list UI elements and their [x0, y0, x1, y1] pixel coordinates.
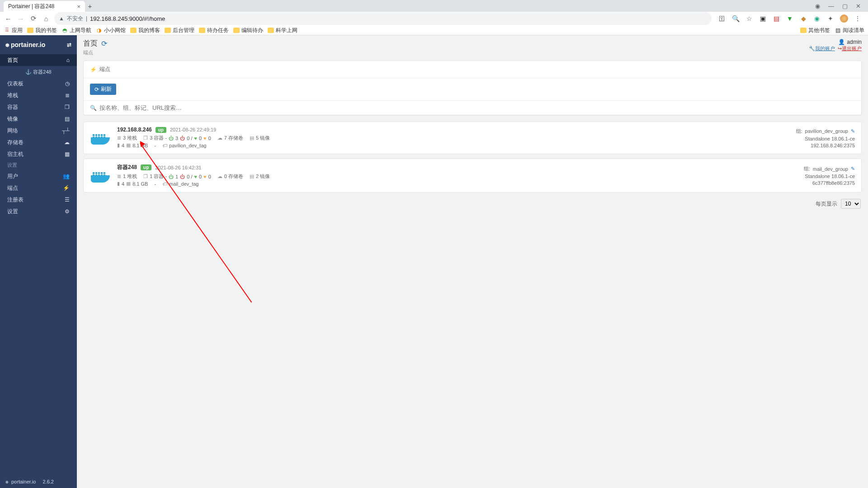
sidebar-item-volumes[interactable]: 存储卷☁: [0, 136, 77, 148]
new-tab-button[interactable]: +: [85, 2, 95, 10]
ext5-icon[interactable]: ◉: [813, 14, 821, 23]
back-icon[interactable]: ←: [4, 14, 13, 23]
bm-1[interactable]: 我的书签: [27, 27, 57, 34]
address-bar: ← → ⟳ ⌂ ▲ 不安全 | 192.168.8.245:9000/#!/ho…: [0, 12, 868, 25]
search-input[interactable]: [99, 104, 855, 111]
anchor-icon: ⚓: [25, 69, 32, 75]
logout-link[interactable]: 退出账户: [842, 46, 862, 51]
sidebar-item-dashboard[interactable]: 仪表板◷: [0, 78, 77, 89]
bm-2[interactable]: ◓上网导航: [61, 27, 91, 34]
home-icon: ⌂: [66, 57, 70, 63]
reload-icon[interactable]: ⟳: [29, 14, 38, 23]
host-icon: ▦: [65, 151, 70, 157]
home-icon[interactable]: ⌂: [42, 14, 51, 23]
bm-5[interactable]: 后台管理: [165, 27, 194, 34]
ext4-icon[interactable]: ◆: [799, 14, 807, 23]
refresh-button[interactable]: ⟳ 刷新: [90, 84, 116, 95]
sidebar-item-label: 容器248: [33, 69, 51, 75]
search-row: 🔍: [84, 100, 861, 115]
endpoint-card[interactable]: 192.168.8.246 up 2021-08-26 22:49:19 ≣3 …: [83, 122, 862, 154]
bm-4[interactable]: 我的博客: [130, 27, 160, 34]
sidebar-item-stacks[interactable]: 堆栈≣: [0, 89, 77, 101]
sidebar-item-label: 首页: [7, 56, 18, 64]
bookmark-bar: ⠿应用 我的书签 ◓上网导航 ◑小小网馆 我的博客 后台管理 待办任务 编辑待办…: [0, 25, 868, 35]
forward-icon[interactable]: →: [16, 14, 25, 23]
minimize-icon[interactable]: —: [828, 3, 834, 9]
endpoint-name: 192.168.8.246: [117, 127, 152, 133]
ext3-icon[interactable]: ▼: [786, 14, 794, 23]
url-box[interactable]: ▲ 不安全 | 192.168.8.245:9000/#!/home: [54, 12, 712, 25]
wrench-icon: 🔧: [809, 46, 815, 51]
ext2-icon[interactable]: ▤: [772, 14, 780, 23]
insecure-label: 不安全: [67, 15, 83, 23]
group-label: 组:: [796, 128, 802, 135]
endpoint-card[interactable]: 容器248 up 2021-08-26 16:42:31 ≣1 堆栈 ❒1 容器…: [83, 159, 862, 192]
profile-avatar[interactable]: [840, 14, 848, 23]
sidebar-item-label: 堆栈: [7, 92, 18, 99]
account-icon[interactable]: ◉: [815, 3, 820, 9]
panel-title: 端点: [99, 66, 110, 73]
page-title: 首页: [83, 39, 98, 48]
bm-8[interactable]: 科学上网: [268, 27, 297, 34]
star-icon[interactable]: ☆: [745, 14, 753, 23]
my-account-link[interactable]: 我的账户: [815, 46, 835, 51]
sidebar-item-host[interactable]: 宿主机▦: [0, 148, 77, 160]
group-label: 组:: [804, 165, 810, 172]
edition: Standalone 18.06.1-ce: [778, 174, 855, 179]
bm-7[interactable]: 编辑待办: [233, 27, 263, 34]
stat-tag: 🏷mail_dev_tag: [162, 181, 198, 187]
refresh-icon[interactable]: ⟳: [101, 39, 107, 48]
endpoint-time: 2021-08-26 22:49:19: [170, 127, 216, 132]
apps-button[interactable]: ⠿应用: [4, 27, 23, 34]
browser-chrome: Portainer | 容器248 × + ◉ — ▢ ✕ ← → ⟳ ⌂ ▲ …: [0, 0, 868, 35]
browser-tab[interactable]: Portainer | 容器248 ×: [4, 1, 85, 12]
insecure-icon: ▲: [59, 15, 64, 22]
sidebar-item-users[interactable]: 用户👥: [0, 170, 77, 182]
gear-icon: ⚙: [65, 208, 70, 215]
sidebar-item-home[interactable]: 首页 ⌂: [0, 54, 77, 66]
stacks-icon: ≣: [65, 92, 70, 99]
tab-close-icon[interactable]: ×: [77, 3, 80, 10]
reading-list[interactable]: ▤阅读清单: [835, 27, 864, 34]
username: admin: [847, 39, 862, 45]
registry-icon: ☰: [65, 197, 70, 203]
status-badge: up: [141, 164, 151, 170]
url-text: 192.168.8.245:9000/#!/home: [90, 15, 165, 22]
refresh-icon: ⟳: [94, 86, 99, 93]
endpoint-name: 容器248: [117, 164, 137, 171]
edit-icon[interactable]: ✎: [851, 128, 855, 134]
refresh-label: 刷新: [101, 85, 112, 93]
logo[interactable]: ⎈ portainer.io: [5, 41, 45, 48]
sidebar-item-networks[interactable]: 网络┬┴: [0, 125, 77, 136]
window-controls: ◉ — ▢ ✕: [815, 3, 868, 9]
ext1-icon[interactable]: ▣: [759, 14, 767, 23]
breadcrumb: 端点: [83, 49, 107, 56]
per-page-select[interactable]: 10: [841, 199, 861, 209]
stat-images: ▤2 镜像: [250, 173, 270, 180]
bm-6[interactable]: 待办任务: [199, 27, 229, 34]
maximize-icon[interactable]: ▢: [842, 3, 848, 9]
sidebar-item-images[interactable]: 镜像▤: [0, 113, 77, 125]
plug-icon: ⚡: [63, 185, 70, 191]
bm-other[interactable]: 其他书签: [800, 27, 830, 34]
swap-icon[interactable]: ⇄: [67, 42, 71, 48]
sidebar-endpoint-name[interactable]: ⚓ 容器248: [0, 66, 77, 78]
per-page-label: 每页显示: [816, 200, 837, 208]
sidebar-item-endpoints[interactable]: 端点⚡: [0, 182, 77, 194]
menu-icon[interactable]: ⋮: [854, 14, 862, 23]
docker-logo: [90, 168, 111, 184]
sidebar-item-registries[interactable]: 注册表☰: [0, 194, 77, 206]
sidebar-item-settings[interactable]: 设置⚙: [0, 206, 77, 217]
endpoint-addr: 6c377ffb8e86:2375: [778, 180, 855, 186]
pagination: 每页显示 10: [83, 197, 862, 211]
main-content: 首页 ⟳ 端点 👤admin 🔧我的账户 ↪退出账户 ⚡ 端点 ⟳: [77, 35, 868, 488]
sidebar-item-label: 设置: [7, 208, 18, 216]
bm-3[interactable]: ◑小小网馆: [96, 27, 126, 34]
search-icon[interactable]: 🔍: [731, 14, 740, 23]
extensions-icon[interactable]: ✦: [826, 14, 835, 23]
sidebar-item-containers[interactable]: 容器❒: [0, 101, 77, 113]
key-icon[interactable]: ⚿: [718, 14, 726, 23]
networks-icon: ┬┴: [62, 127, 70, 134]
close-icon[interactable]: ✕: [856, 3, 861, 9]
edit-icon[interactable]: ✎: [851, 166, 855, 172]
